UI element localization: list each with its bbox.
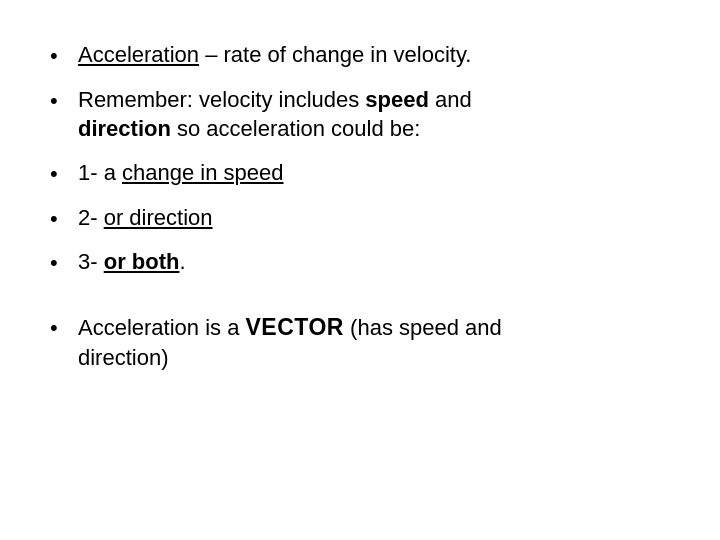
bullet-text-5: 3- or both. (78, 247, 670, 277)
slide-container: • Acceleration – rate of change in veloc… (0, 0, 720, 540)
bullet-6-intro: Acceleration is a (78, 315, 246, 340)
bullet-dot-4: • (50, 204, 78, 234)
bullet-2-and: and (429, 87, 472, 112)
bullet-list: • Acceleration – rate of change in veloc… (50, 40, 670, 387)
spacer (50, 292, 670, 312)
vector-term: VECTOR (246, 314, 344, 340)
bullet-text-3: 1- a change in speed (78, 158, 670, 188)
bullet-dot-6: • (50, 313, 78, 343)
bullet-text-1: Acceleration – rate of change in velocit… (78, 40, 670, 70)
or-both-term: or both (104, 249, 180, 274)
bullet-2-rest: so acceleration could be: (171, 116, 421, 141)
bullet-item-5: • 3- or both. (50, 247, 670, 278)
direction-term: direction (78, 116, 171, 141)
bullet-1-rest: – rate of change in velocity. (199, 42, 471, 67)
bullet-text-2: Remember: velocity includes speed anddir… (78, 85, 670, 144)
bullet-dot-2: • (50, 86, 78, 116)
bullet-item-3: • 1- a change in speed (50, 158, 670, 189)
bullet-2-intro: Remember: velocity includes (78, 87, 365, 112)
bullet-dot-1: • (50, 41, 78, 71)
bullet-item-1: • Acceleration – rate of change in veloc… (50, 40, 670, 71)
speed-term: speed (365, 87, 429, 112)
bullet-text-6: Acceleration is a VECTOR (has speed andd… (78, 312, 670, 373)
change-in-speed-term: change in speed (122, 160, 283, 185)
bullet-4-prefix: 2- (78, 205, 104, 230)
bullet-3-prefix: 1- a (78, 160, 122, 185)
bullet-item-2: • Remember: velocity includes speed andd… (50, 85, 670, 144)
bullet-item-4: • 2- or direction (50, 203, 670, 234)
acceleration-term: Acceleration (78, 42, 199, 67)
bullet-5-prefix: 3- (78, 249, 104, 274)
bullet-dot-5: • (50, 248, 78, 278)
bullet-dot-3: • (50, 159, 78, 189)
bullet-item-6: • Acceleration is a VECTOR (has speed an… (50, 312, 670, 373)
bullet-5-period: . (179, 249, 185, 274)
or-direction-term: or direction (104, 205, 213, 230)
bullet-text-4: 2- or direction (78, 203, 670, 233)
